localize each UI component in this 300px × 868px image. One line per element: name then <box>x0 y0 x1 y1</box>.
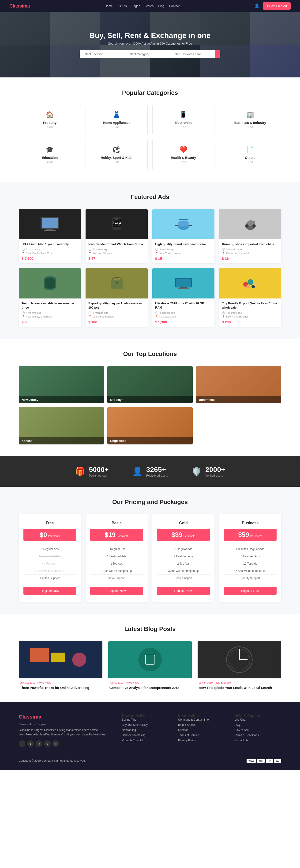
search-bar: 🔍 Search <box>80 50 220 58</box>
pin-icon-4: 📍 <box>222 252 225 255</box>
ad-loc-2: 📍Kansas, Ethiopia <box>88 252 145 255</box>
footer-tagline: Classima-Free-Template <box>19 723 112 725</box>
ad-card-3[interactable]: High quality brand new headphone 🕐3 mont… <box>152 209 214 263</box>
svg-rect-31 <box>51 653 65 662</box>
svg-rect-22 <box>180 287 187 288</box>
blog-card-3[interactable]: July 9, 2019 · Help & Support How To Exp… <box>198 641 281 690</box>
category-hobby[interactable]: ⚽ Hobby, Sport & Kids 3 Ad <box>86 140 148 170</box>
category-electronics[interactable]: 📱 Electronics 6 Ad <box>152 105 214 135</box>
footer: Classima Classima-Free-Template Classima… <box>0 702 300 770</box>
social-twitter[interactable]: t <box>27 740 34 747</box>
categories-grid-row2: 🎓 Education 2 Ad ⚽ Hobby, Sport & Kids 3… <box>19 140 281 170</box>
clock-icon-5: 🕐 <box>22 311 25 314</box>
clock-icon-7: 🕐 <box>155 311 159 314</box>
category-education[interactable]: 🎓 Education 2 Ad <box>19 140 81 170</box>
nav-blog[interactable]: Blog <box>158 4 164 8</box>
footer-link-faq[interactable]: FAQ <box>234 723 281 726</box>
post-ad-button[interactable]: + Post Free Ad <box>263 2 291 10</box>
popular-categories-section: Popular Categories 🏠 Property 1 Ad 👗 Hom… <box>0 78 300 182</box>
ad-card-4[interactable]: Running shoes imported from china 🕐3 mon… <box>219 209 281 263</box>
footer-link-banner[interactable]: Banner Advertising <box>122 734 169 737</box>
pricing-basic-name: Basic <box>90 521 143 525</box>
business-register-btn[interactable]: Register Now <box>224 587 276 595</box>
search-button[interactable]: 🔍 Search <box>215 50 220 58</box>
ad-time-7: 🕐4 months ago <box>155 311 212 314</box>
ad-info-7: Ultrabook 2018 core i7 with 16 GB RAM 🕐4… <box>152 299 214 327</box>
main-nav: Home All Ads Pages Stores Blog Contact <box>104 4 179 8</box>
location-kansas[interactable]: Kansas <box>19 407 104 444</box>
location-englewood[interactable]: Englewood <box>107 407 192 444</box>
category-home-appliances[interactable]: 👗 Home Appliances 6 Ad <box>86 105 148 135</box>
user-icon[interactable]: 👤 <box>254 3 260 8</box>
category-property[interactable]: 🏠 Property 1 Ad <box>19 105 81 135</box>
payment-icons: VISA MC PP AE <box>246 759 281 763</box>
svg-point-27 <box>246 285 250 289</box>
svg-rect-23 <box>178 288 189 289</box>
svg-rect-21 <box>176 279 191 287</box>
blog-card-1[interactable]: July 12, 2019 · News/News Three Powerful… <box>19 641 102 690</box>
free-register-btn[interactable]: Register Now <box>24 587 76 595</box>
category-business[interactable]: 🏢 Business & Industry 1 Ad <box>219 105 281 135</box>
footer-link-terms[interactable]: Terms of Service <box>178 734 225 737</box>
search-icon: 🔍 <box>220 52 220 56</box>
basic-feat-0: 3 Regular Ads <box>90 546 143 553</box>
footer-link-live-chat[interactable]: Live Chat <box>234 718 281 721</box>
clock-icon-4: 🕐 <box>222 248 225 251</box>
categories-grid-row1: 🏠 Property 1 Ad 👗 Home Appliances 6 Ad 📱… <box>19 105 281 135</box>
pricing-free: Free $0 Per month 3 Regular Ads No Featu… <box>19 514 81 602</box>
footer-link-promote[interactable]: Promote Your Ad <box>122 739 169 742</box>
footer-link-sitemap[interactable]: Sitemap <box>178 728 225 732</box>
business-icon: 🏢 <box>223 111 277 119</box>
category-health[interactable]: ❤️ Health & Beauty 7 Ad <box>152 140 214 170</box>
social-linkedin[interactable]: in <box>36 740 42 747</box>
free-feat-2: No Top Ads... <box>24 560 76 567</box>
footer-link-contact[interactable]: Contact Us <box>234 739 281 742</box>
footer-link-blog[interactable]: Blog & Articles <box>178 723 225 726</box>
clock-icon-1: 🕐 <box>22 248 25 251</box>
logo-highlight: ma <box>23 3 30 8</box>
footer-link-selling-tips[interactable]: Selling Tips <box>122 718 169 721</box>
ad-card-6[interactable]: Export quality bag pack wholesale min 10… <box>86 268 148 327</box>
social-instagram[interactable]: 📷 <box>53 740 59 747</box>
appliances-icon: 👗 <box>89 111 144 119</box>
stat-text-verified: 2000+ Verified Users <box>205 466 225 477</box>
footer-about: Classima Classima-Free-Template Classima… <box>19 714 112 747</box>
category-others[interactable]: 📄 Others 1 Ad <box>219 140 281 170</box>
category-input[interactable] <box>125 50 170 58</box>
blog-cat-2: News/News <box>125 681 139 684</box>
nav-stores[interactable]: Stores <box>145 4 154 8</box>
footer-link-privacy[interactable]: Privacy Policy <box>178 739 225 742</box>
footer-link-conditions[interactable]: Terms & Conditions <box>234 734 281 737</box>
blog-cat-1: News/News <box>37 681 51 684</box>
nav-pages[interactable]: Pages <box>132 4 140 8</box>
location-input[interactable] <box>80 50 125 58</box>
logo[interactable]: Classima <box>9 3 30 9</box>
location-new-jersey[interactable]: New Jersey <box>19 366 104 403</box>
blog-card-2[interactable]: July 9, 2019 · News/News Competitive Ana… <box>108 641 192 690</box>
ad-card-8[interactable]: Toy Bundle Export Quality form China who… <box>219 268 281 327</box>
education-name: Education <box>23 156 77 160</box>
ad-time-8: 🕐4 months ago <box>222 311 278 314</box>
footer-link-buy-sell[interactable]: Buy and Sell Quickly <box>122 723 169 726</box>
ad-card-7[interactable]: Ultrabook 2018 core i7 with 16 GB RAM 🕐4… <box>152 268 214 327</box>
nav-contact[interactable]: Contact <box>169 4 179 8</box>
footer-link-networking[interactable]: Networking <box>122 728 169 732</box>
footer-link-company[interactable]: Company & Contact Info <box>178 718 225 721</box>
keyword-input[interactable] <box>170 50 215 58</box>
gold-register-btn[interactable]: Register Now <box>157 587 210 595</box>
nav-all-ads[interactable]: All Ads <box>118 4 127 8</box>
location-bloomfield[interactable]: Bloomfield <box>196 366 281 403</box>
blog-title-3: How To Explode Your Leads With Local Sea… <box>199 685 280 690</box>
ad-card-2[interactable]: 12:15 New Banded Smart Watch from China … <box>86 209 148 263</box>
svg-rect-2 <box>46 229 54 230</box>
basic-register-btn[interactable]: Register Now <box>90 587 143 595</box>
pin-icon-8: 📍 <box>222 315 225 318</box>
social-google[interactable]: g <box>44 740 51 747</box>
education-count: 2 Ad <box>23 160 77 164</box>
ad-card-1[interactable]: HD 27 inch Mac 1 year used only 🕐3 month… <box>19 209 81 263</box>
social-facebook[interactable]: f <box>19 740 25 747</box>
ad-card-5[interactable]: Team Jersey available in reasonable pric… <box>19 268 81 327</box>
footer-link-how-sell[interactable]: How to Sell <box>234 728 281 732</box>
location-brooklyn[interactable]: Brooklyn <box>107 366 192 403</box>
nav-home[interactable]: Home <box>104 4 113 8</box>
